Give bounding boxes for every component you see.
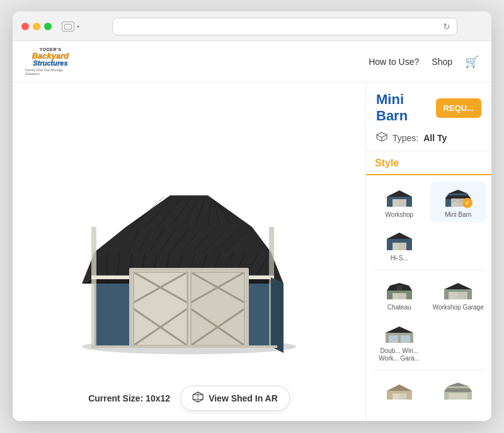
view-ar-button[interactable]: View Shed In AR: [180, 386, 290, 411]
style-item-hi-s[interactable]: Hi-S...: [371, 225, 428, 266]
shed-bottom-bar: Current Size: 10x12 View Shed In AR: [88, 386, 290, 411]
shed-panel: Current Size: 10x12 View Shed In AR: [13, 83, 365, 421]
svg-marker-108: [386, 326, 413, 333]
types-value: All Ty: [423, 133, 447, 143]
style-img-workshop: [384, 185, 415, 209]
svg-rect-49: [134, 272, 187, 345]
svg-rect-99: [400, 294, 406, 299]
cart-icon[interactable]: 🛒: [465, 55, 479, 69]
types-label: Types:: [392, 133, 418, 143]
style-item-mini-barn[interactable]: ✓ Mini Barn: [430, 182, 487, 222]
browser-window: ▾ ↻ YODER'S Backyard Structures Family F…: [13, 11, 491, 421]
types-row: Types: All Ty: [376, 132, 481, 144]
product-title: Mini Barn: [376, 91, 430, 124]
style-img-mini-barn: ✓: [442, 185, 474, 209]
svg-rect-106: [459, 292, 467, 299]
svg-rect-105: [449, 292, 457, 299]
style-item-workshop-garage[interactable]: Workshop Garage: [430, 274, 487, 315]
svg-rect-77: [393, 200, 399, 207]
nav-shop[interactable]: Shop: [432, 57, 452, 67]
logo[interactable]: YODER'S Backyard Structures Family Fine …: [25, 47, 76, 76]
svg-rect-117: [400, 394, 406, 400]
svg-marker-68: [377, 132, 387, 137]
style-img-hi-s: [384, 229, 415, 253]
svg-marker-5: [94, 227, 271, 252]
style-label-workshop: Workshop: [385, 211, 413, 219]
view-ar-label: View Shed In AR: [209, 393, 278, 403]
main-area: Current Size: 10x12 View Shed In AR: [13, 83, 491, 421]
current-size-label: Current Size: 10x12: [88, 393, 170, 403]
svg-marker-6: [126, 195, 252, 227]
style-img-workshop-garage: [442, 278, 474, 302]
style-item-8[interactable]: [430, 374, 487, 408]
svg-line-73: [382, 139, 387, 141]
svg-rect-44: [91, 227, 96, 347]
svg-rect-116: [393, 394, 399, 400]
style-item-7[interactable]: [371, 374, 428, 408]
ar-icon: [192, 391, 203, 405]
close-button[interactable]: [21, 23, 29, 30]
product-title-row: Mini Barn REQU...: [376, 91, 481, 124]
box-icon: [376, 132, 387, 144]
svg-rect-111: [389, 336, 398, 342]
style-header: Style: [366, 158, 491, 175]
style-img-7: [384, 378, 415, 402]
right-scroll[interactable]: Style: [366, 151, 491, 421]
style-item-chateau[interactable]: Chateau: [371, 274, 428, 315]
svg-marker-91: [387, 233, 412, 239]
chevron-down-icon[interactable]: ▾: [77, 24, 79, 30]
style-label-chateau: Chateau: [387, 304, 411, 311]
svg-rect-100: [397, 286, 402, 291]
svg-rect-112: [401, 336, 410, 342]
style-label-double-window: Doub... Win... Work... Gara...: [374, 347, 425, 362]
tab-view-icon[interactable]: [62, 21, 74, 32]
browser-chrome: ▾ ↻: [13, 11, 491, 41]
reload-icon[interactable]: ↻: [443, 21, 450, 32]
svg-marker-82: [449, 190, 467, 193]
svg-rect-94: [400, 243, 406, 250]
url-bar[interactable]: ↻: [112, 18, 457, 35]
style-item-double-window[interactable]: Doub... Win... Work... Gara...: [371, 318, 428, 366]
svg-rect-93: [393, 243, 399, 250]
svg-rect-122: [449, 393, 467, 400]
logo-area: YODER'S Backyard Structures Family Fine …: [25, 47, 88, 76]
svg-marker-75: [387, 190, 412, 197]
style-label-hi-s: Hi-S...: [391, 255, 408, 262]
style-label-workshop-garage: Workshop Garage: [433, 304, 484, 311]
svg-marker-121: [447, 383, 469, 386]
logo-tagline: Family Fine Out Storage Solutions: [25, 68, 76, 76]
style-img-double-window: [384, 321, 415, 345]
style-grid: Workshop: [366, 182, 491, 408]
nav-links: How to Use? Shop 🛒: [369, 55, 479, 69]
svg-marker-62: [271, 277, 284, 353]
style-label-mini-barn: Mini Barn: [445, 211, 471, 219]
svg-rect-63: [91, 345, 277, 348]
window-controls: ▾: [62, 21, 79, 32]
right-top: Mini Barn REQU...: [366, 83, 491, 151]
site-nav: YODER'S Backyard Structures Family Fine …: [13, 41, 491, 83]
nav-how-to-use[interactable]: How to Use?: [369, 57, 419, 67]
traffic-lights: [21, 23, 52, 30]
minimize-button[interactable]: [33, 23, 40, 30]
svg-rect-78: [400, 200, 406, 207]
svg-marker-120: [444, 388, 472, 392]
browser-content: YODER'S Backyard Structures Family Fine …: [13, 41, 491, 421]
shed-image-container: [38, 145, 340, 359]
logo-structures: Structures: [33, 60, 67, 67]
maximize-button[interactable]: [44, 23, 52, 30]
style-img-8: [442, 378, 474, 402]
request-button[interactable]: REQU...: [436, 98, 481, 118]
svg-rect-84: [452, 199, 457, 207]
right-panel: Mini Barn REQU...: [365, 83, 491, 421]
svg-marker-103: [444, 283, 472, 289]
shed-image: [57, 145, 321, 359]
style-section: Style: [366, 151, 491, 408]
svg-rect-98: [393, 294, 399, 299]
svg-marker-114: [387, 384, 412, 391]
style-img-chateau: [384, 278, 415, 302]
svg-rect-50: [191, 272, 244, 345]
style-item-workshop[interactable]: Workshop: [371, 182, 428, 222]
svg-line-72: [377, 139, 382, 141]
